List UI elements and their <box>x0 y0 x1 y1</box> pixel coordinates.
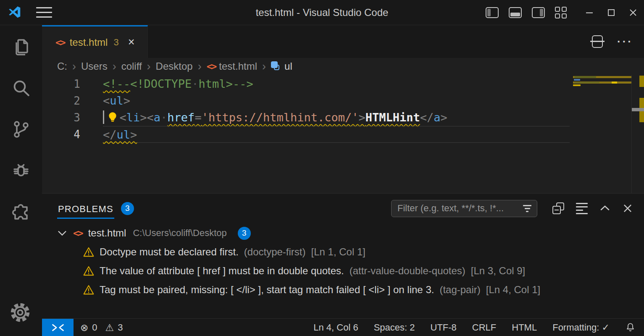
maximize-button[interactable] <box>600 0 622 25</box>
extensions-icon[interactable] <box>9 200 33 223</box>
toggle-secondary-sidebar-icon[interactable] <box>532 7 545 18</box>
minimap-line-1-text <box>574 76 596 78</box>
code-token: a <box>434 111 440 124</box>
customize-layout-icon[interactable] <box>555 7 568 18</box>
run-debug-icon[interactable] <box>9 159 33 182</box>
breadcrumb-item-test-html[interactable]: <>test.html <box>207 60 257 72</box>
split-editor-icon[interactable] <box>592 35 603 48</box>
remote-indicator[interactable] <box>42 319 74 336</box>
code-line-2[interactable]: <ul> <box>103 92 570 109</box>
error-count: 0 <box>92 322 97 333</box>
eol[interactable]: CRLF <box>472 322 496 333</box>
problem-item[interactable]: Tag must be paired, missing: [ </li> ], … <box>42 280 644 299</box>
code-token: ul <box>110 94 124 107</box>
problems-status[interactable]: ⊗ 0 ⚠ 3 <box>80 322 123 333</box>
minimap-line-2 <box>574 79 580 81</box>
breadcrumb-separator: › <box>261 60 267 73</box>
explorer-icon[interactable] <box>9 35 33 59</box>
code-line-1[interactable]: <!--<!DOCTYPE·html>--> <box>103 76 570 92</box>
minimize-button[interactable] <box>578 0 600 25</box>
code-token: = <box>195 111 201 124</box>
close-panel-icon[interactable] <box>622 203 633 214</box>
code-token: · <box>192 77 198 90</box>
breadcrumb-item-c-[interactable]: C: <box>57 60 67 72</box>
problem-rule-code: (doctype-first) <box>244 246 306 258</box>
tab-test-html[interactable]: <> test.html 3 × <box>42 25 148 58</box>
collapse-all-icon[interactable] <box>552 202 564 214</box>
breadcrumb-item-users[interactable]: Users <box>81 60 108 72</box>
menu-icon[interactable] <box>36 7 52 18</box>
problem-item[interactable]: Doctype must be declared first.(doctype-… <box>42 242 644 261</box>
problems-file-row[interactable]: <> test.html C:\Users\coliff\Desktop 3 <box>42 224 644 242</box>
code-token: > <box>441 111 447 124</box>
breadcrumb-separator: › <box>112 60 117 73</box>
toggle-primary-sidebar-icon[interactable] <box>486 7 499 18</box>
code-token: > <box>359 111 365 124</box>
activity-bar <box>0 25 42 336</box>
breadcrumb-separator: › <box>71 60 77 73</box>
problem-item[interactable]: The value of attribute [ href ] must be … <box>42 261 644 280</box>
problems-count-badge: 3 <box>121 202 134 215</box>
code-line-4[interactable]: </ul> <box>103 126 570 143</box>
tab-label: test.html <box>70 37 108 48</box>
problems-panel: PROBLEMS 3 <box>42 193 644 318</box>
breadcrumb-item-coliff[interactable]: coliff <box>121 60 142 72</box>
code-token: a <box>154 111 160 124</box>
warning-icon: ⚠ <box>105 322 114 333</box>
more-actions-icon[interactable]: ··· <box>617 35 633 48</box>
line-number: 2 <box>42 92 103 109</box>
toggle-panel-icon[interactable] <box>509 7 522 18</box>
problem-location: [Ln 1, Col 1] <box>311 246 365 258</box>
lightbulb-icon[interactable] <box>105 110 120 124</box>
close-tab-icon[interactable]: × <box>128 37 135 48</box>
code-token: < <box>147 111 154 124</box>
code-token: ul <box>117 128 131 141</box>
editor[interactable]: 1234 <!--<!DOCTYPE·html>--><ul><li><a·hr… <box>42 75 644 193</box>
problems-filter-input[interactable] <box>397 203 523 214</box>
breadcrumb-item-ul[interactable]: ul <box>271 60 292 72</box>
settings-gear-icon[interactable] <box>9 302 31 323</box>
html-file-icon: <> <box>55 37 65 48</box>
language-mode[interactable]: HTML <box>512 322 537 333</box>
code-token: </ <box>420 111 434 124</box>
vscode-logo-icon <box>7 5 22 20</box>
line-number: 3 <box>42 109 103 126</box>
code-line-3[interactable]: <li><a·href='https://htmlhint.com/'>HTML… <box>103 109 570 126</box>
code-token: 'https://htmlhint.com/' <box>202 111 359 124</box>
code-token: < <box>120 111 126 124</box>
problems-tree: <> test.html C:\Users\coliff\Desktop 3 D… <box>42 224 644 299</box>
html-file-icon: <> <box>73 228 82 239</box>
warning-count: 3 <box>118 322 123 333</box>
code-token: li <box>126 111 140 124</box>
breadcrumb-item-desktop[interactable]: Desktop <box>156 60 193 72</box>
problem-message: Doctype must be declared first. <box>100 246 239 258</box>
filter-icon <box>523 205 532 212</box>
editor-gutter: 1234 <box>42 76 103 143</box>
source-control-icon[interactable] <box>9 118 33 141</box>
tab-problems[interactable]: PROBLEMS 3 <box>58 194 134 223</box>
text-cursor <box>103 110 104 124</box>
indentation[interactable]: Spaces: 2 <box>374 322 415 333</box>
cursor-position[interactable]: Ln 4, Col 6 <box>313 322 358 333</box>
line-number: 1 <box>42 76 103 92</box>
code-token: html>--> <box>199 77 253 90</box>
overview-ruler[interactable] <box>631 75 644 193</box>
notifications-bell-icon[interactable] <box>625 322 636 333</box>
view-mode-icon[interactable] <box>576 203 588 214</box>
encoding[interactable]: UTF-8 <box>431 322 457 333</box>
ruler-warning-mark <box>639 76 644 87</box>
status-bar: ⊗ 0 ⚠ 3 Ln 4, Col 6Spaces: 2UTF-8CRLFHTM… <box>42 318 644 336</box>
code-token: HTMLHint <box>365 111 420 124</box>
code-token: < <box>103 94 110 107</box>
maximize-panel-icon[interactable] <box>599 203 610 214</box>
breadcrumb-separator: › <box>197 60 202 73</box>
ruler-cursor-mark <box>632 108 644 111</box>
breadcrumb-separator: › <box>146 60 152 73</box>
close-window-button[interactable] <box>622 0 644 25</box>
breadcrumb: C:›Users›coliff›Desktop›<>test.html›ul <box>42 58 644 75</box>
minimap[interactable] <box>573 76 631 192</box>
code-token: <!DOCTYPE <box>130 77 192 90</box>
window-title: test.html - Visual Studio Code <box>256 7 389 18</box>
formatting[interactable]: Formatting: ✓ <box>552 322 610 333</box>
search-icon[interactable] <box>9 76 33 100</box>
